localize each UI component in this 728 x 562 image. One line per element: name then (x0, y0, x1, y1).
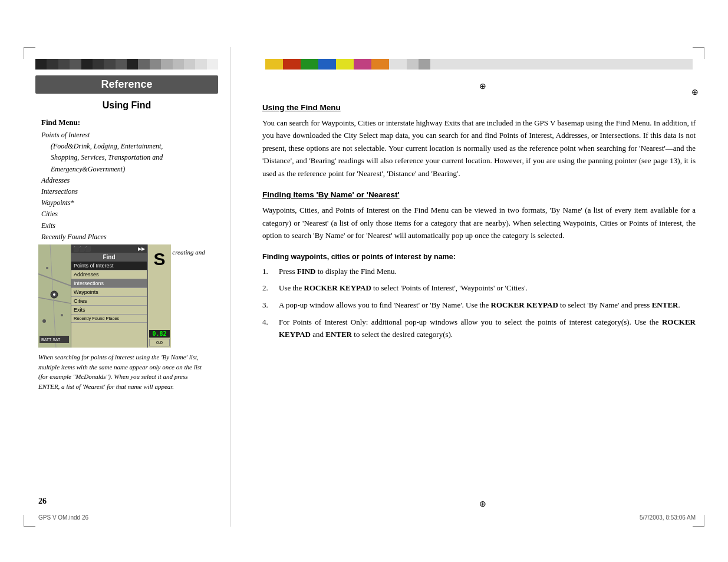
gps-menu-item-addr: Addresses (71, 270, 147, 279)
crosshair-right-right: ⊕ (691, 87, 699, 97)
list-item: Waypoints* (41, 197, 212, 209)
steps-list: 1. Press FIND to display the Find Menu. … (262, 266, 696, 341)
bar-color-9 (407, 59, 419, 70)
section-title-by-name: Finding Items 'By Name' or 'Nearest' (262, 190, 696, 199)
gps-map-bg: BATT SAT (38, 244, 71, 348)
gps-menu-item-cities: Cities (71, 297, 147, 306)
bar-seg-6 (93, 59, 104, 70)
list-item: (Food&Drink, Lodging, Entertainment, (41, 141, 212, 152)
svg-text:BATT SAT: BATT SAT (41, 338, 61, 342)
step-text-3: A pop-up window allows you to find 'Near… (279, 299, 696, 312)
step-item-3: 3. A pop-up window allows you to find 'N… (262, 299, 696, 312)
gps-status-text2: ▶▶ (138, 246, 145, 252)
gps-status-text: ⬛⬛⬛ (73, 246, 91, 252)
gps-menu-item-exits: Exits (71, 306, 147, 315)
bottom-file-info-left: GPS V OM.indd 26 (38, 514, 88, 521)
bar-seg-7 (104, 59, 115, 70)
bar-color-3 (301, 59, 318, 70)
bottom-file-info-right: 5/7/2003, 8:53:06 AM (640, 514, 696, 521)
bar-seg-1 (35, 59, 47, 70)
bar-seg-15 (195, 59, 206, 70)
bar-seg-9 (127, 59, 138, 70)
gps-center-menu: ⬛⬛⬛ ▶▶ Find Points of Interest Addresses… (71, 244, 147, 348)
corner-mark-bl (24, 515, 35, 527)
list-item: Emergency&Government) (41, 164, 212, 175)
corner-mark-tl (24, 47, 35, 59)
gps-menu-item-recent: Recently Found Places (71, 315, 147, 323)
list-item: Addresses (41, 175, 212, 186)
page-number: 26 (38, 497, 47, 506)
bar-color-10 (419, 59, 430, 70)
crosshair-top-right: ⊕ (479, 81, 486, 91)
bar-seg-11 (150, 59, 161, 70)
list-item: Recently Found Places (41, 232, 212, 243)
find-menu-list: Points of Interest (Food&Drink, Lodging,… (41, 130, 212, 243)
bar-color-5 (336, 59, 354, 70)
svg-point-6 (46, 267, 48, 269)
bar-color-7 (371, 59, 389, 70)
list-item: Shopping, Services, Transportation and (41, 152, 212, 163)
gps-map-panel: BATT SAT (38, 244, 71, 348)
gps-speed-display: 0.82 (149, 330, 170, 338)
step-num-4: 4. (262, 316, 279, 341)
list-item: Exits (41, 220, 212, 232)
svg-point-7 (61, 314, 63, 316)
gps-find-header: Find (71, 253, 147, 262)
step-item-2: 2. Use the ROCKER KEYPAD to select 'Poin… (262, 282, 696, 295)
bar-seg-3 (58, 59, 70, 70)
gps-device-image: BATT SAT ⬛⬛⬛ ▶▶ Find Points of Interest … (38, 244, 171, 348)
step-item-4: 4. For Points of Interest Only: addition… (262, 316, 696, 341)
gps-compass-display: 0.0 (149, 339, 170, 346)
corner-mark-tr (693, 47, 704, 59)
gps-menu-item-inter: Intersections (71, 279, 147, 288)
gps-menu-item-wp: Waypoints (71, 288, 147, 297)
gps-menu-item-poi: Points of Interest (71, 262, 147, 270)
section-title-steps: Finding waypoints, cities or points of i… (262, 253, 696, 261)
find-menu-title: Find Menu: (41, 118, 212, 127)
step-text-2: Use the ROCKER KEYPAD to select 'Points … (279, 282, 696, 295)
section-title-find-menu: Using the Find Menu (262, 103, 696, 112)
bar-color-8 (389, 59, 407, 70)
gps-status-bar: ⬛⬛⬛ ▶▶ (71, 244, 147, 253)
right-main-content: Using the Find Menu You can search for W… (262, 103, 696, 503)
list-item: Cities (41, 209, 212, 220)
gps-s-symbol: S (153, 250, 165, 268)
bar-seg-13 (173, 59, 184, 70)
gps-caption: When searching for points of interest us… (38, 352, 209, 391)
bar-seg-14 (184, 59, 195, 70)
step-num-3: 3. (262, 299, 279, 312)
bar-seg-8 (116, 59, 127, 70)
list-item: Points of Interest (41, 130, 212, 141)
using-find-title: Using Find (35, 100, 218, 111)
gps-menu-items: Points of Interest Addresses Intersectio… (71, 262, 147, 323)
gps-right-panel: S 0.82 0.0 (147, 244, 171, 348)
bar-seg-10 (138, 59, 149, 70)
bar-seg-2 (47, 59, 58, 70)
top-bar-right (265, 59, 693, 70)
reference-header: Reference (35, 75, 218, 94)
bar-seg-16 (207, 59, 218, 70)
bar-seg-5 (81, 59, 93, 70)
bar-color-1 (265, 59, 283, 70)
step-item-1: 1. Press FIND to display the Find Menu. (262, 266, 696, 278)
section-body-by-name: Waypoints, Cities, and Points of Interes… (262, 204, 696, 242)
bar-color-4 (318, 59, 336, 70)
section-body-find-menu: You can search for Waypoints, Cities or … (262, 117, 696, 180)
bar-color-6 (354, 59, 371, 70)
list-item: Intersections (41, 186, 212, 197)
step-text-4: For Points of Interest Only: additional … (279, 316, 696, 341)
svg-point-5 (53, 293, 55, 296)
top-bar-left (35, 59, 218, 70)
bar-color-fill (430, 59, 693, 70)
svg-point-8 (42, 319, 46, 323)
bar-color-2 (283, 59, 301, 70)
step-num-2: 2. (262, 282, 279, 295)
step-num-1: 1. (262, 266, 279, 278)
step-text-1: Press FIND to display the Find Menu. (279, 266, 696, 278)
bar-seg-4 (70, 59, 81, 70)
bar-seg-12 (161, 59, 172, 70)
